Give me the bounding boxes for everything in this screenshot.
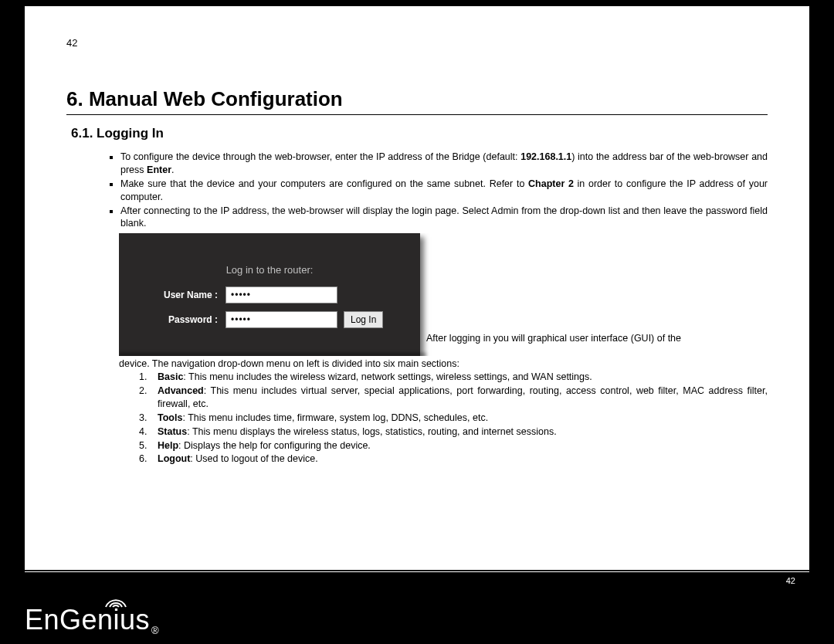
login-title: Log in to the router: xyxy=(141,264,398,276)
text: : This menu includes the wireless wizard… xyxy=(183,371,592,382)
brand-logo: EnGenius® xyxy=(25,604,159,636)
text: : This menu includes time, firmware, sys… xyxy=(182,412,488,423)
section-name: Logout xyxy=(158,453,190,464)
text: : This menu displays the wireless status… xyxy=(187,426,556,437)
page-number-bottom: 42 xyxy=(786,576,795,585)
chapter-heading: 6. Manual Web Configuration xyxy=(66,87,768,115)
password-row: Password : Log In xyxy=(141,311,398,328)
list-item: Tools: This menu includes time, firmware… xyxy=(150,412,768,425)
password-label: Password : xyxy=(141,314,218,325)
section-name: Status xyxy=(158,426,187,437)
bullet-item: Make sure that the device and your compu… xyxy=(120,178,768,204)
text: Make sure that the device and your compu… xyxy=(120,178,528,189)
username-label: User Name : xyxy=(141,290,218,300)
page-footer: 42 EnGenius® xyxy=(0,571,834,644)
sections-list: Basic: This menu includes the wireless w… xyxy=(66,371,768,466)
username-row: User Name : xyxy=(141,286,398,303)
list-item: Advanced: This menu includes virtual ser… xyxy=(150,385,768,411)
after-login-text-below: device. The navigation drop-down menu on… xyxy=(119,358,768,371)
registered-mark-icon: ® xyxy=(151,625,159,636)
section-name: Help xyxy=(158,440,178,451)
page-number-top: 42 xyxy=(66,37,768,49)
login-button[interactable]: Log In xyxy=(344,311,383,328)
username-input[interactable] xyxy=(225,286,337,303)
text: . xyxy=(171,164,174,175)
login-screenshot-wrap: Log in to the router: User Name : Passwo… xyxy=(119,233,768,356)
key-name: Enter xyxy=(147,164,171,175)
list-item: Basic: This menu includes the wireless w… xyxy=(150,371,768,384)
text: : Used to logout of the device. xyxy=(190,453,317,464)
intro-bullets: To configure the device through the web-… xyxy=(66,151,768,230)
bullet-item: After connecting to the IP address, the … xyxy=(120,205,768,231)
footer-divider xyxy=(25,571,809,572)
brand-text: EnGenius xyxy=(25,604,150,636)
section-name: Tools xyxy=(158,412,182,423)
list-item: Status: This menu displays the wireless … xyxy=(150,425,768,439)
list-item: Logout: Used to logout of the device. xyxy=(150,452,768,466)
after-login-text-right: After logging in you will graphical user… xyxy=(420,233,768,345)
section-name: Advanced xyxy=(158,385,204,396)
document-page: 42 6. Manual Web Configuration 6.1. Logg… xyxy=(25,6,809,570)
section-heading: 6.1. Logging In xyxy=(71,126,768,141)
ip-address: 192.168.1.1 xyxy=(520,151,571,162)
chapter-ref: Chapter 2 xyxy=(528,178,574,189)
section-name: Basic xyxy=(158,371,183,382)
bullet-item: To configure the device through the web-… xyxy=(120,151,768,177)
text: To configure the device through the web-… xyxy=(120,151,520,162)
text: : Displays the help for configuring the … xyxy=(178,440,371,451)
text: : This menu includes virtual server, spe… xyxy=(158,385,768,409)
login-panel: Log in to the router: User Name : Passwo… xyxy=(119,233,420,356)
password-input[interactable] xyxy=(225,311,337,328)
wifi-arc-icon xyxy=(103,591,129,608)
list-item: Help: Displays the help for configuring … xyxy=(150,439,768,452)
